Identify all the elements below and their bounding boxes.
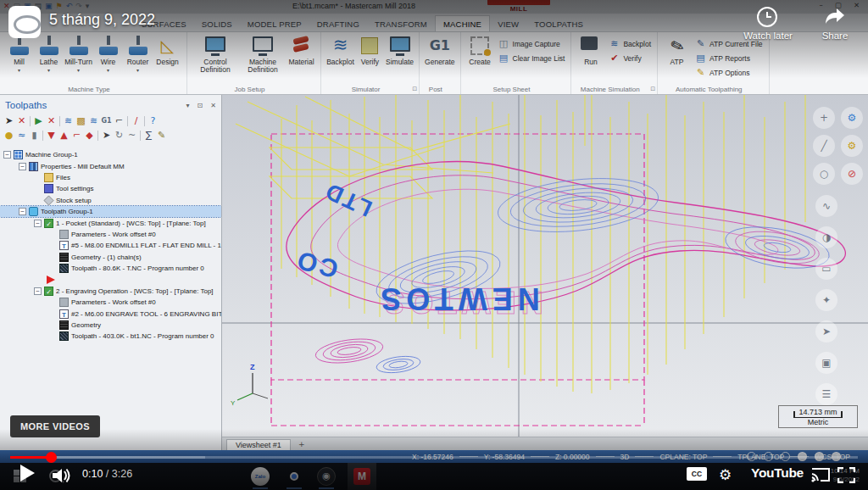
toolpath-toolbar-icon-3[interactable]: ▶ (32, 114, 45, 128)
rect-icon[interactable]: ▭ (815, 258, 837, 280)
tree-expander[interactable]: − (34, 220, 42, 227)
graphics-viewport[interactable]: NEWTOS NEWTOS CO LTD Z Y +⚙╱⚙○⊘∿◑▭✦➤▣☰ 1… (222, 95, 868, 437)
toolpath-toolbar-icon-5[interactable]: ▲ (58, 129, 70, 142)
toolpath-toolbar-icon-8[interactable]: ≋ (87, 114, 100, 128)
spark-icon[interactable]: ✦ (815, 289, 837, 311)
curve-icon[interactable]: ∿ (815, 195, 837, 217)
more-videos-button[interactable]: MORE VIDEOS (10, 415, 100, 437)
ribbon-button-create[interactable]: Create (465, 35, 495, 66)
channel-avatar[interactable] (8, 6, 41, 38)
close-button[interactable]: ✕ (854, 1, 860, 9)
toolpath-toolbar-icon-14[interactable]: ? (147, 114, 159, 128)
ribbon-button-material[interactable]: Material (287, 35, 316, 66)
fullscreen-icon[interactable] (837, 467, 855, 483)
toolpath-toolbar-icon-2[interactable]: ▮ (28, 129, 41, 142)
ribbon-button-control-definition[interactable]: Control Definition (192, 35, 239, 75)
watch-later-label[interactable]: Watch later (736, 31, 800, 41)
play-button[interactable] (20, 465, 35, 482)
ribbon-button-lathe[interactable]: Lathe▾ (34, 35, 64, 73)
ribbon-button-verify[interactable]: ✔Verify (609, 53, 651, 64)
ribbon-button-router[interactable]: Router▾ (123, 35, 153, 73)
menu-icon[interactable]: ☰ (815, 383, 837, 405)
ribbon-button-backplot[interactable]: ≋Backplot (609, 38, 651, 49)
tree-expander[interactable]: − (3, 151, 11, 159)
contrast-icon[interactable]: ◑ (815, 226, 837, 248)
cube-icon[interactable]: ▣ (815, 352, 837, 374)
tab-transform[interactable]: TRANSFORM (367, 16, 435, 31)
taskbar-obs-icon[interactable]: ◉ (317, 467, 336, 486)
tree-item-toolpath-403-0k-bt1-nc-program-n[interactable]: Toolpath - 403.0K - bt1.NC - Program num… (0, 331, 221, 342)
ribbon-button-image-capture[interactable]: ◫Image Capture (498, 38, 565, 49)
toolpath-toolbar-icon-9[interactable]: G1 (100, 114, 113, 128)
tree-item-parameters-work-offset-0[interactable]: Parameters - Work offset #0 (0, 297, 221, 308)
tree-expander[interactable]: − (19, 163, 26, 170)
captions-button[interactable]: CC (687, 467, 707, 481)
toolpath-toolbar-icon-0[interactable]: ● (3, 129, 15, 142)
tree-item-toolpath-group-1[interactable]: −Toolpath Group-1 (0, 206, 221, 217)
progress-bar[interactable] (10, 456, 858, 459)
ribbon-button-generate[interactable]: G1Generate (424, 35, 455, 66)
contextual-tab-mill[interactable]: MILL (487, 0, 550, 14)
tree-item-properties-mill-default-mm[interactable]: −Properties - Mill Default MM (0, 160, 221, 171)
video-title[interactable]: 5 tháng 9, 2022 (49, 11, 155, 29)
ribbon-button-verify[interactable]: ✔Verify (355, 35, 385, 66)
toolpath-toolbar-icon-10[interactable]: ↻ (113, 129, 125, 142)
endpoints-icon[interactable]: ╱ (813, 135, 835, 157)
tree-expander[interactable]: − (19, 208, 26, 215)
tree-item-geometry-1-chain-s[interactable]: Geometry - (1) chain(s) (0, 252, 221, 263)
playhead[interactable] (46, 452, 57, 463)
gear-gold-icon[interactable]: ⚙ (841, 135, 863, 157)
share-icon[interactable] (824, 7, 846, 25)
toolpath-toolbar-icon-7[interactable]: ◆ (83, 129, 96, 142)
tree-item-2-engraving-operation-wcs-top-tp[interactable]: −✓2 - Engraving Operation - [WCS: Top] -… (0, 286, 221, 297)
cast-icon[interactable] (810, 467, 831, 483)
ribbon-button-atp[interactable]: ✎ATP (662, 35, 692, 66)
youtube-logo[interactable]: YouTube (751, 465, 804, 481)
viewsheet-tab[interactable]: Viewsheet #1 (226, 439, 291, 450)
toolpath-toolbar-icon-12[interactable]: ∕ (130, 114, 142, 128)
dropdown-icon[interactable]: ▾ (186, 102, 190, 109)
toolpath-toolbar-icon-1[interactable]: ✕ (15, 114, 28, 128)
toolpath-toolbar-icon-9[interactable]: ➤ (100, 129, 113, 142)
toolpath-toolbar-icon-7[interactable]: ▩ (75, 114, 87, 128)
toolpath-toolbar-icon-11[interactable]: ~ (125, 129, 138, 142)
taskbar-zalo-icon[interactable]: Zalo (251, 467, 270, 486)
no-entry-icon[interactable]: ⊘ (841, 163, 863, 185)
tree-insert-marker[interactable] (0, 274, 221, 285)
dialog-launcher-icon[interactable]: ⊡ (412, 86, 417, 92)
tab-model-prep[interactable]: MODEL PREP (240, 16, 309, 31)
ribbon-button-mill-turn[interactable]: Mill-Turn▾ (64, 35, 93, 73)
pin-icon[interactable]: ⊡ (198, 102, 203, 109)
toolpath-toolbar-icon-6[interactable]: ≋ (62, 114, 75, 128)
tree-item-1-pocket-standard-wcs-top-tplane[interactable]: −✓1 - Pocket (Standard) - [WCS: Top] - [… (0, 217, 221, 228)
toolpath-toolbar-icon-10[interactable]: ⌐ (113, 114, 125, 128)
ribbon-button-atp-options[interactable]: ✎ATP Options (695, 67, 763, 78)
toolpath-toolbar-icon-0[interactable]: ➤ (3, 114, 15, 128)
tree-item-machine-group-1[interactable]: −Machine Group-1 (0, 149, 221, 160)
tree-item-files[interactable]: Files (0, 172, 221, 183)
tree-item-toolpath-80-6k-t-nc-program-numb[interactable]: Toolpath - 80.6K - T.NC - Program number… (0, 263, 221, 274)
tree-item-5-m8-00-endmill1-flat-flat-end-m[interactable]: T#5 - M8.00 ENDMILL1 FLAT - FLAT END MIL… (0, 240, 221, 251)
toolpath-toolbar-icon-1[interactable]: ≈ (15, 129, 28, 142)
taskbar-mastercam-tile[interactable]: M (348, 463, 376, 490)
ribbon-button-atp-reports[interactable]: ▤ATP Reports (695, 53, 763, 64)
tree-item-parameters-work-offset-0[interactable]: Parameters - Work offset #0 (0, 229, 221, 240)
ribbon-button-run[interactable]: ▶Run (576, 35, 605, 66)
tree-item-tool-settings[interactable]: Tool settings (0, 183, 221, 194)
ribbon-button-design[interactable]: ◺Design (153, 35, 182, 66)
tree-expander[interactable]: − (34, 287, 42, 295)
toolpath-toolbar-icon-4[interactable]: ✕ (45, 114, 58, 128)
tree-item-stock-setup[interactable]: Stock setup (0, 195, 221, 206)
dialog-launcher-icon[interactable]: ⊡ (650, 86, 655, 92)
gear-blue-icon[interactable]: ⚙ (841, 107, 863, 129)
tab-drafting[interactable]: DRAFTING (309, 16, 367, 31)
ribbon-button-machine-definition[interactable]: Machine Definition (239, 35, 287, 75)
toolpath-toolbar-icon-14[interactable]: ✎ (155, 129, 168, 142)
add-viewsheet-button[interactable]: + (298, 440, 305, 448)
ribbon-button-backplot[interactable]: ≋Backplot (326, 35, 355, 66)
settings-gear-icon[interactable]: ⚙ (719, 466, 732, 483)
minimize-button[interactable]: – (820, 1, 823, 9)
tab-solids[interactable]: SOLIDS (194, 16, 240, 31)
tab-toolpaths[interactable]: TOOLPATHS (526, 16, 591, 31)
ribbon-button-simulate[interactable]: Simulate (385, 35, 415, 66)
